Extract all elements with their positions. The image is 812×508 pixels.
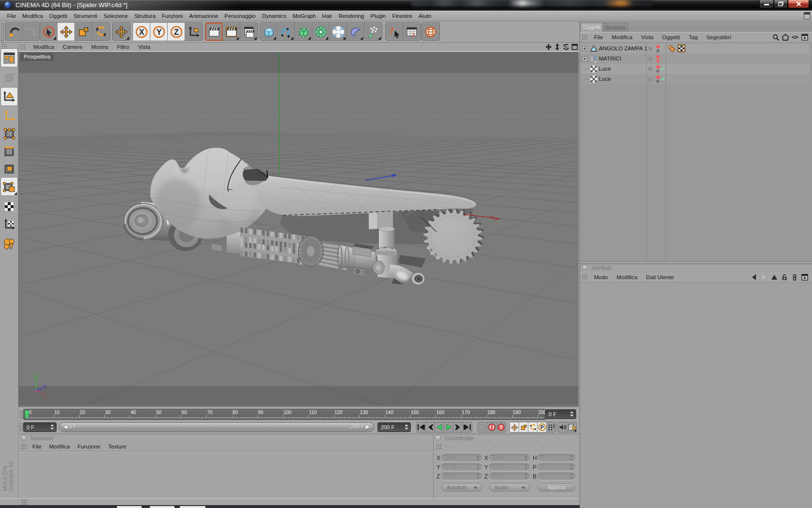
matrix-object-slot[interactable]: 10 [590, 55, 598, 63]
spinner-arrows-icon[interactable] [569, 474, 573, 479]
field-spinner[interactable] [569, 474, 573, 479]
spinner-arrows-icon[interactable] [569, 464, 573, 470]
field-spinner[interactable] [476, 455, 480, 461]
viewport-menu-camere[interactable]: Camere [58, 44, 87, 50]
layer-dot[interactable] [648, 77, 652, 81]
spinner-arrows-icon[interactable] [570, 411, 574, 417]
play-backward-button[interactable] [435, 422, 444, 432]
om-addpanel-button[interactable] [801, 34, 808, 41]
spinner-arrows-icon[interactable] [476, 474, 480, 479]
move-tool-button[interactable] [58, 23, 75, 41]
menubar-item-personaggio[interactable]: Personaggio [221, 12, 259, 20]
maximize-view-button[interactable] [571, 43, 578, 50]
render-settings-button[interactable] [223, 23, 240, 41]
menubar-item-animazione[interactable]: Animazione [186, 12, 221, 20]
viewport-menu-mostra[interactable]: Mostra [87, 44, 113, 50]
lock-x-button[interactable]: X [133, 23, 150, 41]
tab-struttura[interactable]: Struttura [602, 23, 628, 32]
connect-object-slot[interactable] [590, 45, 598, 53]
materials-menu-funzione[interactable]: Funzione [73, 443, 104, 450]
materials-menu-file[interactable]: File [29, 443, 45, 450]
materials-menu-texture[interactable]: Texture [104, 443, 130, 450]
menubar-item-file[interactable]: File [4, 12, 19, 20]
attr-grip[interactable] [582, 274, 588, 280]
maximize-button[interactable] [774, 0, 788, 8]
rotate-view-button[interactable] [562, 43, 569, 50]
coordinate-system-button[interactable] [185, 23, 203, 41]
menubar-item-oggetti[interactable]: Oggetti [46, 12, 70, 20]
add-spline-button[interactable] [277, 23, 295, 41]
app-icon[interactable] [4, 1, 12, 9]
menubar-item-plugin[interactable]: Plugin [367, 12, 389, 20]
coord-rotation-field[interactable]: 0 ° [537, 454, 575, 462]
apply-button[interactable]: Applica [537, 483, 575, 492]
om-menu-oggetti[interactable]: Oggetti [658, 33, 684, 41]
spinner-arrows-icon[interactable] [569, 455, 573, 461]
attr-lock-button[interactable] [781, 274, 788, 281]
editor-visibility-dot[interactable] [656, 65, 660, 69]
menubar-item-dynamics[interactable]: Dynamics [259, 12, 289, 20]
attr-menu-modifica[interactable]: Modifica [612, 273, 642, 281]
object-row[interactable]: 10MATRICI [580, 54, 810, 64]
om-eye-button[interactable] [792, 34, 798, 41]
viewport-menu-vista[interactable]: Vista [133, 44, 154, 50]
go-start-button[interactable] [417, 422, 426, 432]
spinner-arrows-icon[interactable] [476, 455, 480, 461]
light-object-slot[interactable] [590, 65, 598, 73]
lock-y-button[interactable]: Y [150, 23, 168, 41]
layout-switch-icon[interactable] [804, 12, 810, 19]
live-selection-button[interactable] [40, 23, 58, 41]
ruler-end-spinner[interactable]: 0 F [545, 409, 576, 419]
coord-rotation-field[interactable]: 0 ° [537, 473, 575, 480]
sidebar-grip[interactable] [1, 44, 8, 48]
om-menu-tag[interactable]: Tag [684, 33, 702, 41]
om-menu-vista[interactable]: Vista [637, 33, 657, 41]
close-button[interactable] [788, 0, 809, 8]
play-forward-button[interactable] [444, 422, 453, 432]
scale-dropdown[interactable]: Scala [489, 483, 530, 492]
add-cube-button[interactable] [260, 23, 277, 41]
layer-dot[interactable] [648, 57, 652, 61]
sidebar-texture-axis-mode-button[interactable] [1, 215, 17, 233]
spinner-arrows-icon[interactable] [524, 474, 528, 479]
menubar-item-rendering[interactable]: Rendering [335, 12, 367, 20]
panel-box-icon[interactable] [21, 435, 26, 440]
timeline-range-slider[interactable]: ◀ 0 F 200 F ▶ [59, 422, 374, 432]
sidebar-object-axis-mode-button[interactable] [1, 106, 17, 124]
om-home-button[interactable] [782, 34, 789, 41]
field-spinner[interactable] [476, 474, 480, 479]
tab-oggetti[interactable]: Oggetti [580, 23, 603, 32]
attr-menu-dati-utente[interactable]: Dati Utente [642, 273, 679, 281]
field-spinner[interactable] [570, 411, 574, 417]
coord-position-field[interactable]: 0 cm [441, 463, 482, 471]
coord-size-field[interactable]: 0 cm [489, 454, 530, 462]
field-spinner[interactable] [524, 464, 528, 470]
key-scale-toggle[interactable] [519, 422, 528, 432]
sound-toggle[interactable] [558, 422, 567, 432]
viewport-canvas[interactable]: Y Z X [19, 52, 579, 405]
range-end-spinner[interactable]: 200 F [377, 422, 411, 432]
sidebar-polygon-mode-button[interactable] [1, 160, 17, 178]
record-key-button[interactable] [478, 422, 487, 432]
mode-dropdown[interactable]: Assoluto [441, 483, 482, 492]
pan-view-button[interactable] [545, 43, 552, 50]
add-subdivision-button[interactable] [295, 23, 312, 41]
field-spinner[interactable] [50, 424, 54, 430]
minimize-button[interactable] [759, 0, 774, 8]
sidebar-make-editable-button[interactable] [1, 88, 17, 105]
expand-toggle[interactable] [582, 56, 587, 61]
field-spinner[interactable] [476, 464, 480, 470]
attributes-body[interactable] [580, 283, 812, 508]
om-menu-file[interactable]: File [590, 33, 608, 41]
panel-box-icon[interactable] [582, 265, 587, 270]
sidebar-edge-mode-button[interactable] [1, 142, 17, 160]
om-menu-segnalibri[interactable]: Segnalibri [702, 33, 735, 41]
coord-position-field[interactable]: 0 cm [441, 473, 482, 480]
dolly-view-button[interactable] [553, 43, 561, 50]
object-name[interactable]: ANGOLO ZAMPA 1 [599, 45, 647, 51]
object-name[interactable]: Luce [599, 66, 611, 72]
menubar-item-mograph[interactable]: MoGraph [290, 12, 319, 20]
coord-position-field[interactable]: 0 cm [441, 454, 482, 462]
sidebar-model-mode-button[interactable] [1, 234, 17, 252]
spinner-arrows-icon[interactable] [50, 424, 54, 430]
